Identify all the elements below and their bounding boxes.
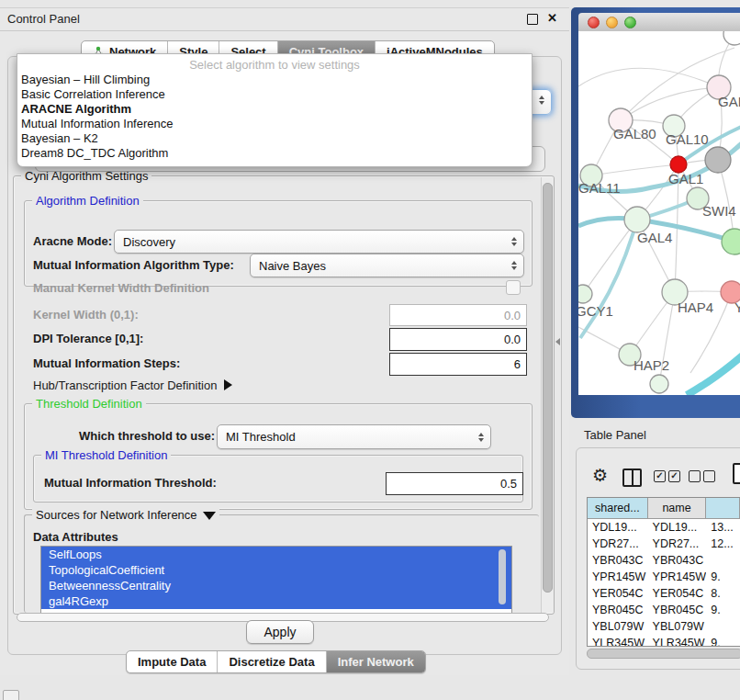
algorithm-menu-item[interactable]: Dream8 DC_TDC Algorithm [17, 146, 532, 161]
hub-definition-toggle[interactable]: Hub/Transcription Factor Definition [33, 378, 232, 392]
table-panel-title: Table Panel [584, 428, 646, 442]
mi-steps-field[interactable]: 6 [389, 353, 527, 376]
hub-definition-label: Hub/Transcription Factor Definition [33, 378, 217, 392]
node-label: GAL4 [637, 230, 672, 245]
checked-checkbox-icon[interactable]: ✓ [668, 470, 680, 482]
algorithm-dropdown-popup: Select algorithm to view settings Bayesi… [17, 53, 533, 167]
table-cell: YLR345W [588, 635, 648, 647]
attribute-list-item[interactable]: TopologicalCoefficient [41, 562, 511, 578]
algorithm-menu-item[interactable]: ARACNE Algorithm [17, 102, 532, 117]
aracne-mode-combo[interactable]: Discovery [114, 230, 524, 254]
attribute-list-item[interactable]: gal4RGexp [41, 593, 511, 609]
collapse-down-icon [203, 512, 216, 520]
network-graph[interactable]: GALGAL80GAL10GAL1GAL11SWI4GAL4GCY1HAP4YH… [578, 31, 740, 395]
checked-checkbox-icon[interactable]: ✓ [654, 470, 666, 482]
unchecked-checkbox-icon[interactable] [703, 470, 715, 482]
algorithm-menu-item[interactable]: Bayesian – Hill Climbing [17, 73, 532, 87]
table-cell: YBL079W [588, 618, 648, 635]
table-cell: YER054C [588, 585, 648, 602]
threshold-definition-title: Threshold Definition [32, 397, 146, 411]
data-attributes-label: Data Attributes [33, 530, 118, 544]
algorithm-menu-item[interactable]: Mutual Information Inference [17, 117, 532, 131]
list-scrollbar-thumb[interactable] [499, 549, 506, 604]
table-column-header[interactable]: name [648, 498, 707, 518]
mi-threshold-group-title: MI Threshold Definition [41, 448, 171, 462]
tab-label: Impute Data [138, 655, 206, 669]
network-node[interactable] [624, 207, 650, 232]
node-table[interactable]: shared...nameYDL19...YDL19...13...YDR27.… [587, 497, 740, 647]
table-row[interactable]: YBL079WYBL079W [588, 618, 740, 635]
mi-type-value: Naive Bayes [259, 259, 326, 273]
popup-prompt: Select algorithm to view settings [17, 58, 532, 73]
network-node[interactable] [723, 31, 740, 45]
aracne-mode-label: Aracne Mode: [33, 234, 112, 248]
splitpane-collapse-icon[interactable] [555, 338, 560, 345]
sources-group-title[interactable]: Sources for Network Inference [32, 508, 219, 522]
table-row[interactable]: YDL19...YDL19...13... [588, 519, 740, 536]
manual-kernel-label: Manual Kernel Width Definition [33, 281, 209, 295]
zoom-traffic-light-icon[interactable] [624, 17, 636, 28]
kernel-width-label: Kernel Width (0,1): [33, 308, 139, 322]
network-node[interactable] [722, 229, 740, 254]
table-column-header[interactable] [706, 498, 740, 518]
algorithm-menu-item[interactable]: Basic Correlation Inference [17, 87, 532, 102]
which-threshold-label: Which threshold to use: [79, 429, 215, 443]
table-row[interactable]: YDR27...YDR27...12... [588, 536, 740, 552]
algorithm-definition-title: Algorithm Definition [32, 194, 143, 208]
tab-infer-network[interactable]: Infer Network [327, 651, 425, 672]
kernel-width-field[interactable]: 0.0 [389, 304, 527, 326]
mi-threshold-field[interactable]: 0.5 [386, 472, 523, 495]
node-label: HAP4 [678, 299, 713, 315]
apply-button[interactable]: Apply [246, 620, 314, 644]
table-horizontal-scrollbar[interactable] [587, 649, 740, 659]
network-canvas[interactable]: GALGAL80GAL10GAL1GAL11SWI4GAL4GCY1HAP4YH… [578, 31, 740, 395]
float-window-icon[interactable] [527, 14, 538, 25]
table-cell: YBR043C [648, 552, 707, 569]
table-row[interactable]: YER054CYER054C8. [588, 585, 740, 602]
dock-panel-icon[interactable] [3, 690, 19, 700]
table-cell: 9. [706, 602, 740, 618]
table-row[interactable]: YBR043CYBR043C [588, 552, 740, 569]
table-cell: 12... [706, 536, 740, 552]
document-icon[interactable] [733, 463, 740, 484]
gear-icon[interactable]: ⚙ [592, 465, 608, 486]
combo-arrows-icon [478, 433, 484, 442]
attribute-list-item[interactable]: SelfLoops [41, 547, 511, 562]
network-view-window: GALGAL80GAL10GAL1GAL11SWI4GAL4GCY1HAP4YH… [571, 7, 740, 418]
network-window-titlebar[interactable] [578, 13, 740, 32]
data-attributes-list[interactable]: SelfLoopsTopologicalCoefficientBetweenne… [40, 546, 512, 614]
close-traffic-light-icon[interactable] [588, 17, 600, 28]
settings-scrollbar-thumb[interactable] [543, 183, 553, 593]
attribute-list-item[interactable]: BetweennessCentrality [41, 578, 511, 593]
unchecked-checkbox-icon[interactable] [689, 470, 701, 482]
manual-kernel-checkbox[interactable] [506, 280, 521, 295]
close-icon[interactable]: ✕ [547, 11, 557, 25]
node-label: SWI4 [702, 203, 736, 219]
sources-title-text: Sources for Network Inference [36, 508, 197, 522]
network-node[interactable] [578, 285, 592, 303]
table-column-header[interactable]: shared... [588, 498, 648, 518]
algorithm-menu-item[interactable]: Bayesian – K2 [17, 131, 532, 146]
tab-discretize-data[interactable]: Discretize Data [218, 651, 326, 672]
table-row[interactable]: YPR145WYPR145W9. [588, 569, 740, 585]
table-row[interactable]: YLR345WYLR345W9. [588, 635, 740, 647]
mi-type-combo[interactable]: Naive Bayes [250, 254, 524, 277]
dpi-tolerance-label: DPI Tolerance [0,1]: [33, 332, 143, 345]
network-node[interactable] [705, 147, 731, 173]
split-columns-icon[interactable] [622, 469, 642, 487]
node-label: HAP2 [633, 357, 669, 373]
tab-impute-data[interactable]: Impute Data [127, 651, 218, 672]
minimize-traffic-light-icon[interactable] [606, 17, 618, 28]
table-cell: YBL079W [648, 618, 707, 635]
mi-threshold-label: Mutual Information Threshold: [44, 476, 217, 490]
table-cell: 8. [706, 585, 740, 602]
node-label: Y [734, 299, 740, 315]
dpi-tolerance-field[interactable]: 0.0 [389, 328, 527, 351]
mi-steps-label: Mutual Information Steps: [33, 356, 180, 370]
table-row[interactable]: YBR045CYBR045C9. [588, 602, 740, 618]
which-threshold-value: MI Threshold [226, 430, 296, 444]
table-cell: YBR045C [648, 602, 707, 618]
network-node[interactable] [650, 375, 668, 393]
which-threshold-combo[interactable]: MI Threshold [217, 424, 491, 449]
combo-arrows-icon [511, 261, 517, 270]
